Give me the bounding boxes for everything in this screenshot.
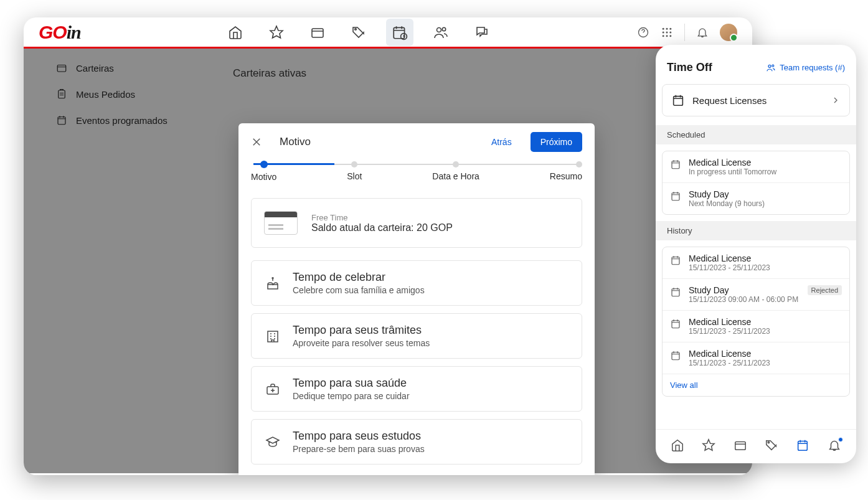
svg-rect-1 [312,29,323,37]
footer-calendar[interactable] [796,438,809,452]
reason-sub: Prepare-se bem para suas provas [293,444,425,454]
header-divider [684,24,685,41]
item-name: Medical License [689,253,842,263]
svg-rect-34 [798,441,808,451]
modal-header: Motivo Atrás Próximo [238,123,595,161]
modal-content: Free Time Saldo atual da carteira: 20 GO… [238,188,595,475]
cake-icon [265,276,280,291]
balance-label: Free Time [311,213,453,222]
desktop-window: GOin [24,17,752,475]
reason-tramites[interactable]: Tempo para seus trâmites Aproveite para … [251,313,582,359]
list-item[interactable]: Medical License 15/11/2023 - 25/11/2023 [663,342,849,374]
status-badge: Rejected [808,285,842,295]
request-licenses-button[interactable]: Request Licenses [662,84,850,116]
calendar-icon [670,350,681,361]
item-name: Study Day [689,285,729,295]
item-name: Medical License [689,349,842,359]
calendar-clock-icon [392,24,408,40]
svg-rect-25 [672,161,679,169]
item-sub: 15/11/2023 09:00 AM - 06:00 PM [689,295,842,304]
back-button[interactable]: Atrás [484,132,519,152]
tag-icon [351,25,366,40]
bell-icon[interactable] [696,26,709,39]
svg-point-15 [666,35,668,37]
help-icon[interactable] [637,26,649,39]
svg-point-9 [666,27,668,29]
item-sub: Next Monday (9 hours) [689,199,765,208]
scheduled-header: Scheduled [656,125,856,144]
balance-card: Free Time Saldo atual da carteira: 20 GO… [251,198,582,248]
item-name: Medical License [689,158,776,167]
wallet-icon [310,25,325,40]
reason-saude[interactable]: Tempo para sua saúde Dedique tempo para … [251,366,582,412]
footer-star[interactable] [702,438,715,452]
list-item[interactable]: Study Day Next Monday (9 hours) [663,183,849,214]
list-item[interactable]: Medical License 15/11/2023 - 25/11/2023 [663,311,849,342]
footer-tag[interactable] [765,438,778,452]
reason-estudos[interactable]: Tempo para seus estudos Prepare-se bem p… [251,419,582,465]
calendar-icon [670,159,681,170]
team-requests-link[interactable]: Team requests (#) [766,63,845,73]
item-name: Medical License [689,317,842,327]
reason-celebrate[interactable]: Tempo de celebrar Celebre com sua famíli… [251,260,582,306]
step-slot: Slot [347,161,362,181]
list-item[interactable]: Medical License In progress until Tomorr… [663,151,849,183]
view-all-link[interactable]: View all [663,374,849,396]
svg-point-23 [772,65,774,67]
logo-go: GO [39,22,67,42]
home-icon [228,25,243,40]
nav-chat[interactable] [468,19,496,46]
calendar-icon [671,93,685,107]
header-right [637,24,737,41]
item-sub: 15/11/2023 - 25/11/2023 [689,359,842,367]
avatar[interactable] [720,24,737,41]
close-button[interactable] [251,136,262,148]
footer-bell[interactable] [828,438,841,452]
svg-rect-27 [672,257,679,265]
svg-point-12 [666,31,668,33]
calendar-icon [670,318,681,329]
people-icon [766,63,776,73]
svg-point-33 [768,441,769,443]
mobile-header: Time Off Team requests (#) [656,45,856,84]
mobile-panel: Time Off Team requests (#) Request Licen… [656,45,856,463]
svg-point-22 [768,65,771,67]
request-licenses-label: Request Licenses [692,95,823,106]
step-resumo: Resumo [550,161,582,181]
balance-text: Saldo atual da carteira: 20 GOP [311,222,453,233]
mobile-footer [656,429,856,463]
medkit-icon [265,382,280,397]
nav-tag[interactable] [345,19,372,46]
stepper: Motivo Slot Data e Hora Resumo [238,161,595,188]
footer-home[interactable] [671,438,684,452]
mobile-title: Time Off [667,61,712,74]
reason-sub: Celebre com sua família e amigos [293,285,425,295]
svg-rect-29 [672,321,679,328]
scheduled-list: Medical License In progress until Tomorr… [662,151,850,215]
graduation-icon [265,435,280,450]
desktop-body: Carteiras Meus Pedidos Eventos programad… [24,49,752,473]
footer-wallet[interactable] [734,438,747,452]
nav-wallet[interactable] [304,19,331,46]
nav-star[interactable] [263,19,290,46]
logo-in: in [67,22,81,42]
list-item[interactable]: Medical License 15/11/2023 - 25/11/2023 [663,247,849,279]
svg-point-8 [663,27,664,29]
next-button[interactable]: Próximo [531,132,582,152]
team-requests-label: Team requests (#) [780,63,845,72]
reason-title: Tempo para seus estudos [293,430,425,443]
building-icon [265,329,280,344]
apps-icon[interactable] [661,26,673,39]
reason-title: Tempo para seus trâmites [293,324,430,337]
chat-icon [474,25,489,40]
item-sub: 15/11/2023 - 25/11/2023 [689,263,842,272]
nav-home[interactable] [222,19,249,46]
svg-point-16 [669,35,671,37]
reason-sub: Aproveite para resolver seus temas [293,338,430,348]
modal-motivo: Motivo Atrás Próximo Motivo Slot Data e … [238,123,595,475]
nav-people[interactable] [427,19,455,46]
svg-marker-31 [703,440,714,450]
svg-rect-26 [672,193,679,200]
list-item[interactable]: Study Day Rejected 15/11/2023 09:00 AM -… [663,279,849,311]
nav-calendar[interactable] [386,19,413,46]
